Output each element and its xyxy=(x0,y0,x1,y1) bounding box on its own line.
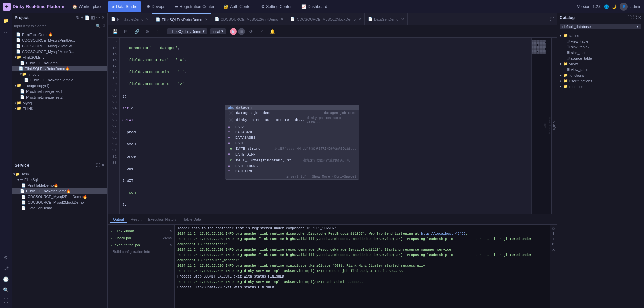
ac-item-database[interactable]: ≡ DATABASE xyxy=(225,130,359,135)
ac-item-datetime[interactable]: ≡ DATETIME xyxy=(225,169,359,174)
catalog-close-icon[interactable]: ✕ xyxy=(638,15,641,20)
theme-toggle[interactable]: 🌙 xyxy=(612,4,617,9)
tree-item-9[interactable]: 📄 FlinkSQLEnvReferDemo-c... xyxy=(12,77,107,83)
icon-settings[interactable]: ⚙ xyxy=(1,253,11,262)
search-input[interactable] xyxy=(14,24,94,28)
catalog-views-folder[interactable]: ▾ 📁 views xyxy=(557,61,644,67)
cluster-select[interactable]: local ▾ xyxy=(210,28,226,34)
catalog-expand-icon[interactable]: ⛶ xyxy=(627,15,631,20)
service-item-cdc-print[interactable]: 📄 CDCSOURCE_Mysql2PrintDemo 🔥 xyxy=(12,194,107,200)
nav-dashboard[interactable]: 📈 Dashboard xyxy=(297,1,331,12)
catalog-user-functions-folder[interactable]: ▸ 📁 user functions xyxy=(557,78,644,84)
share-btn[interactable]: ⤴ xyxy=(153,27,163,36)
close-service-icon[interactable]: ✕ xyxy=(101,163,105,168)
catalog-functions-folder[interactable]: ▸ 📁 functions xyxy=(557,72,644,78)
service-flinksql-folder[interactable]: ▾ 🗃 FlinkSql xyxy=(12,177,107,183)
tab-cdcprint-close[interactable]: ✕ xyxy=(281,17,283,21)
tree-folder-mysql[interactable]: ▸ 📁 Mysql xyxy=(12,100,107,106)
catalog-sink-table2[interactable]: ⊞ sink_table2 xyxy=(557,44,644,50)
catalog-sink-table[interactable]: ⊞ sink_table xyxy=(557,50,644,55)
catalog-view-table[interactable]: ⊞ view_table xyxy=(557,38,644,44)
ac-item-date[interactable]: ≡ DATE xyxy=(225,140,359,146)
icon-search-global[interactable]: 🔍 xyxy=(1,285,11,295)
icon-history[interactable]: 🕐 xyxy=(1,274,11,284)
output-tab-output[interactable]: Output xyxy=(110,217,127,223)
check-btn[interactable]: ✓ xyxy=(257,27,266,36)
ac-item-data[interactable]: ≡ DATA xyxy=(225,124,359,130)
ac-item-dinky[interactable]: [e] dinky_paimon_auto_create_tab... dink… xyxy=(225,116,359,124)
close-panel-icon[interactable]: ✕ xyxy=(101,15,105,20)
service-task-folder[interactable]: ▾ 📁 Task xyxy=(12,171,107,177)
catalog-modules-folder[interactable]: ▸ 📁 modules xyxy=(557,84,644,89)
service-item-print[interactable]: 📄 PrintTableDemo 🔥 xyxy=(12,183,107,188)
tab-print-close[interactable]: ✕ xyxy=(146,17,149,21)
service-item-datagen[interactable]: 📄 DataGenDemo xyxy=(12,205,107,211)
nav-worker[interactable]: 🏠 Worker place xyxy=(68,1,106,12)
more-icon[interactable]: ⋯ xyxy=(96,15,100,20)
ac-item-databases[interactable]: ≡ DATABASES xyxy=(225,135,359,140)
tab-cdc-mock[interactable]: 📄 CDCSOURCE_MySQL2MockDemo ✕ xyxy=(287,13,364,25)
env-select[interactable]: FlinkSQLEnvDemo ▾ xyxy=(167,28,207,34)
config-tab[interactable]: Config xyxy=(552,119,557,133)
db-dropdown[interactable]: default_database ▾ xyxy=(560,24,641,29)
ac-item-datagen[interactable]: abc datagen xyxy=(225,105,359,110)
icon-expand[interactable]: ⛶ xyxy=(1,296,11,305)
tree-folder-flink[interactable]: ▾ 📁 FlinkSQLEnv xyxy=(12,54,107,60)
ac-item-date-fn[interactable]: [e] DATE string 返回以"yyyy-MM-dd"形式从STRING… xyxy=(225,146,359,152)
tree-folder-import[interactable]: ▾ 📁 Import xyxy=(12,71,107,77)
nav-datastudio[interactable]: ◈ Data Studio xyxy=(108,1,141,12)
output-tab-history[interactable]: Execution History xyxy=(145,217,179,223)
tree-item-3[interactable]: 📄 CDCSOURCE_Mysql2DataStr... xyxy=(12,43,107,49)
tab-cdc-print[interactable]: 📄 CDCSOURCE_MySQL2PrintDemo ✕ xyxy=(211,13,287,25)
ac-item-datagen-job[interactable]: [e] datagen job demo datagen job demo xyxy=(225,110,359,116)
bell-btn[interactable]: 🔔 xyxy=(268,27,277,36)
catalog-source-table[interactable]: ⊞ source_table xyxy=(557,55,644,61)
tree-item-1[interactable]: 📄 PrintTableDemo 🔥 xyxy=(12,32,107,37)
add-folder-icon[interactable]: + xyxy=(81,15,83,20)
output-icon-1[interactable]: ⎙ xyxy=(552,226,555,230)
nav-devops[interactable]: ⚙ Devops xyxy=(143,1,169,12)
service-item-flinksql[interactable]: 📄 FlinkSQLEnvReferDemo 🔥 xyxy=(12,188,107,194)
sort-icon[interactable]: ⇅ xyxy=(102,24,105,28)
ac-show-more[interactable]: Show More (Ctrl+Space) xyxy=(312,175,356,179)
tree-folder-lineage[interactable]: ▾ 📁 Lineage-copy(1) xyxy=(12,83,107,88)
icon-git[interactable]: ⎇ xyxy=(1,264,11,273)
stop-btn[interactable]: ■ xyxy=(238,28,245,35)
output-tab-tabledata[interactable]: Table Data xyxy=(181,217,204,223)
tree-item-12[interactable]: 📄 ProctimeLineageTest2 xyxy=(12,94,107,100)
tab-cdcmock-close[interactable]: ✕ xyxy=(358,17,361,21)
output-tab-result[interactable]: Result xyxy=(128,217,144,223)
ac-item-datetrunc[interactable]: ≡ DATE_TRUNC xyxy=(225,163,359,169)
tree-item-7[interactable]: 📄 FlinkSQLEnvReferDemo 🔥 xyxy=(12,66,107,71)
tab-panel-expand[interactable]: ⛶ xyxy=(547,17,557,22)
catalog-tables-folder[interactable]: ▾ 📁 tables xyxy=(557,33,644,38)
topology-btn[interactable]: ⊕ xyxy=(143,27,152,36)
icon-project[interactable]: 📁 xyxy=(1,16,11,25)
output-icon-4[interactable]: ⟳ xyxy=(552,242,555,246)
ac-item-dateformat[interactable]: [e] DATE_FORMAT(timestamp, st... 注意这个功能有… xyxy=(225,157,359,163)
nav-registration[interactable]: ☰ Registration Center xyxy=(171,1,218,12)
tab-datagen-close[interactable]: ✕ xyxy=(401,17,404,21)
icon-fx[interactable]: fx xyxy=(1,27,11,36)
refresh-icon[interactable]: ↻ xyxy=(76,15,79,20)
format-btn[interactable]: ⊟ xyxy=(121,27,130,36)
nav-auth[interactable]: 🔐 Auth Center xyxy=(220,1,256,12)
nav-setting[interactable]: ⚙ Setting Center xyxy=(257,1,296,12)
save-btn[interactable]: 💾 xyxy=(110,27,120,36)
tree-item-6[interactable]: 📄 FlinkSQLEnvDemo xyxy=(12,60,107,66)
output-icon-2[interactable]: T xyxy=(552,231,555,235)
tab-flinksql[interactable]: 📄 FlinkSQLEnvReferDemo ✕ xyxy=(152,13,211,25)
add-file-icon[interactable]: 📄 xyxy=(85,15,90,20)
tree-folder-flink2[interactable]: ▸ 📁 FLINK... xyxy=(12,106,107,111)
catalog-more-icon[interactable]: ⛶ xyxy=(633,15,637,20)
execute-btn[interactable]: ▶ xyxy=(230,28,237,35)
tree-item-2[interactable]: 📄 CDCSOURCE_Mysql2PrintDe... xyxy=(12,37,107,43)
sync-btn[interactable]: ⟳ xyxy=(246,27,256,36)
tree-item-4[interactable]: 📄 CDCSOURCE_Mysql2MockD... xyxy=(12,49,107,54)
output-icon-5[interactable]: ✕ xyxy=(552,248,555,252)
output-icon-3[interactable]: ↓ xyxy=(553,237,555,241)
catalog-views-view-table[interactable]: ⊞ view_table xyxy=(557,67,644,72)
tab-flinksql-close[interactable]: ✕ xyxy=(205,18,208,21)
collapse-icon[interactable]: ◧ xyxy=(91,15,95,20)
tree-item-11[interactable]: 📄 ProctimeLineageTest1 xyxy=(12,88,107,94)
